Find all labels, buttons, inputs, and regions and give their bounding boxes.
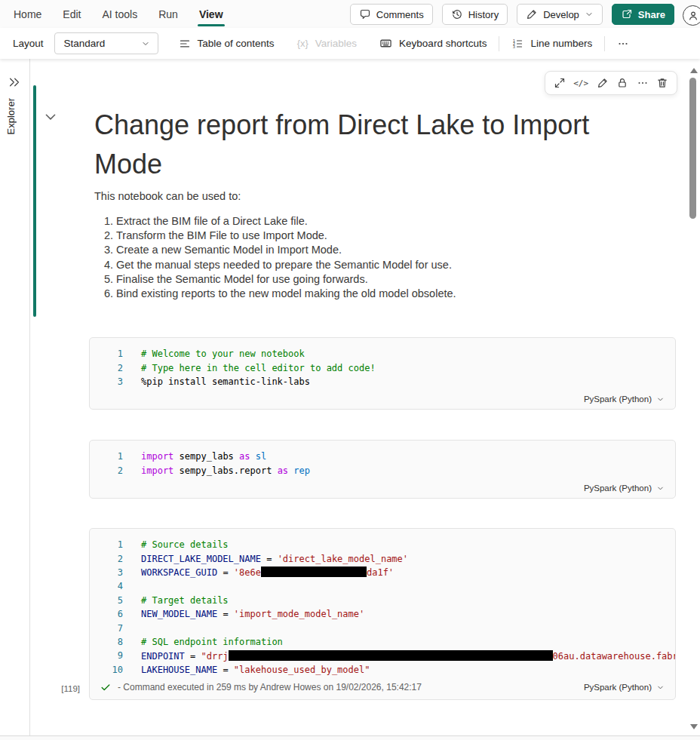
line-number: 2: [90, 363, 123, 373]
markdown-list-item: Transform the BIM File to use Import Mod…: [116, 229, 562, 243]
markdown-list-item: Finalise the Semantic Model for use goin…: [116, 272, 562, 287]
lock-icon[interactable]: [616, 77, 628, 89]
menu-tab-edit[interactable]: Edit: [52, 0, 91, 28]
code-view-icon[interactable]: </>: [573, 78, 588, 88]
line-number: 1: [90, 451, 123, 462]
layout-dropdown-value: Standard: [64, 38, 106, 49]
code-line[interactable]: 2DIRECT_LAKE_MODEL_NAME = 'direct_lake_m…: [90, 551, 675, 565]
more-icon[interactable]: [637, 77, 649, 89]
code-line[interactable]: 5# Target details: [90, 594, 675, 607]
explorer-label[interactable]: Explorer: [5, 98, 17, 134]
keyboard-shortcuts-label: Keyboard shortcuts: [399, 38, 487, 49]
chevron-down-icon: [585, 10, 594, 19]
line-number: 2: [90, 465, 123, 476]
code-cell-3[interactable]: 1# Source details2DIRECT_LAKE_MODEL_NAME…: [89, 528, 676, 700]
code-editor[interactable]: 1import sempy_labs as sl2import sempy_la…: [90, 441, 675, 477]
code-editor[interactable]: 1# Welcome to your new notebook2# Type h…: [90, 338, 675, 388]
line-number: 3: [90, 567, 123, 578]
line-numbers-button[interactable]: 123 Line numbers: [511, 38, 592, 50]
menu-tab-home[interactable]: Home: [3, 0, 52, 28]
account-avatar[interactable]: [683, 5, 700, 26]
code-line[interactable]: 2# Type here in the cell editor to add c…: [90, 361, 675, 374]
line-number: 7: [90, 623, 123, 634]
horizontal-scrollbar[interactable]: [0, 735, 700, 740]
menu-tab-run[interactable]: Run: [148, 0, 189, 28]
code-line[interactable]: 1# Source details: [90, 538, 675, 551]
expand-icon[interactable]: [554, 77, 566, 89]
toc-icon: [179, 38, 191, 50]
history-button[interactable]: History: [442, 4, 508, 25]
code-cell-1[interactable]: 1# Welcome to your new notebook2# Type h…: [89, 337, 676, 410]
code-cell-2[interactable]: 1import sempy_labs as sl2import sempy_la…: [89, 440, 676, 499]
execution-count: [119]: [44, 684, 80, 693]
header-actions: Comments History Develop Share: [350, 4, 674, 25]
keyboard-icon: [379, 37, 392, 50]
code-line[interactable]: 6NEW_MODEL_NAME = 'import_mode_model_nam…: [90, 607, 675, 621]
code-line[interactable]: 2import sempy_labs.report as rep: [90, 463, 675, 477]
code-line[interactable]: 3WORKSPACE_GUID = '8e6eda1f': [90, 566, 675, 579]
svg-text:3: 3: [513, 44, 515, 48]
history-button-label: History: [468, 9, 499, 20]
redaction-bar: [261, 567, 367, 577]
code-line[interactable]: 7: [90, 621, 675, 634]
code-line[interactable]: 1# Welcome to your new notebook: [90, 347, 675, 361]
menu-tab-view[interactable]: View: [189, 0, 234, 28]
markdown-title[interactable]: Change report from Direct Lake to Import…: [94, 106, 622, 184]
kernel-label: PySpark (Python): [584, 484, 652, 493]
code-line[interactable]: 9ENDPOINT = "drrj06au.datawarehouse.fabr…: [90, 649, 675, 662]
collapse-cell-chevron-icon[interactable]: [43, 109, 58, 124]
chevron-down-icon: [141, 39, 150, 48]
scrollbar-down-arrow[interactable]: [690, 724, 698, 729]
table-of-contents-button[interactable]: Table of contents: [179, 38, 275, 50]
kernel-selector[interactable]: PySpark (Python): [584, 484, 665, 493]
layout-dropdown[interactable]: Standard: [54, 32, 158, 54]
code-editor[interactable]: 1# Source details2DIRECT_LAKE_MODEL_NAME…: [90, 529, 675, 677]
comments-button-label: Comments: [376, 9, 424, 20]
code-line[interactable]: 3%pip install semantic-link-labs: [90, 375, 675, 388]
line-number: 10: [90, 665, 123, 675]
share-button[interactable]: Share: [612, 4, 674, 25]
kernel-selector[interactable]: PySpark (Python): [584, 395, 665, 404]
chevron-down-icon: [656, 395, 665, 404]
comments-button[interactable]: Comments: [350, 4, 433, 25]
vertical-scrollbar-thumb[interactable]: [689, 78, 696, 219]
chevron-down-icon: [656, 683, 665, 692]
redaction-bar: [229, 650, 553, 661]
cell-toolbar: </>: [545, 71, 677, 95]
edit-icon[interactable]: [597, 77, 609, 89]
code-line[interactable]: 1import sempy_labs as sl: [90, 450, 675, 463]
markdown-list-item: Get the manual steps needed to prepare t…: [116, 258, 562, 272]
toolbar-more-button[interactable]: [617, 38, 629, 50]
markdown-intro: This notebook can be used to:: [94, 190, 241, 202]
line-number: 4: [90, 581, 123, 591]
scrollbar-up-arrow[interactable]: [690, 68, 698, 73]
line-number: 2: [90, 554, 123, 564]
menu-tab-ai-tools[interactable]: AI tools: [91, 0, 148, 28]
explorer-panel-collapsed: Explorer: [0, 59, 30, 735]
delete-icon[interactable]: [656, 77, 668, 89]
table-of-contents-label: Table of contents: [198, 38, 275, 49]
line-number: 1: [90, 349, 123, 359]
variables-icon: {x}: [297, 38, 309, 49]
line-number: 3: [90, 376, 123, 387]
execution-status-text: - Command executed in 259 ms by Andrew H…: [118, 682, 422, 692]
line-number: 8: [90, 637, 123, 647]
menu-tabs: Home Edit AI tools Run View: [0, 0, 234, 28]
share-icon: [621, 8, 633, 20]
pencil-icon: [526, 8, 538, 20]
code-line[interactable]: 4: [90, 579, 675, 593]
kernel-selector[interactable]: PySpark (Python): [584, 683, 665, 692]
expand-panel-icon[interactable]: [8, 75, 21, 89]
cell-execution-status: - Command executed in 259 ms by Andrew H…: [90, 675, 675, 699]
comment-icon: [359, 8, 371, 20]
markdown-list-item: Bind existing reports to the new model m…: [116, 287, 562, 301]
line-number: 5: [90, 595, 123, 606]
develop-button-label: Develop: [543, 9, 579, 20]
success-check-icon: [100, 682, 111, 692]
develop-button[interactable]: Develop: [517, 4, 603, 25]
keyboard-shortcuts-button[interactable]: Keyboard shortcuts: [379, 37, 487, 50]
markdown-list-item: Create a new Semantic Model in Import Mo…: [116, 243, 562, 257]
kernel-label: PySpark (Python): [584, 683, 652, 692]
history-icon: [451, 8, 463, 20]
code-line[interactable]: 8# SQL endpoint information: [90, 635, 675, 649]
